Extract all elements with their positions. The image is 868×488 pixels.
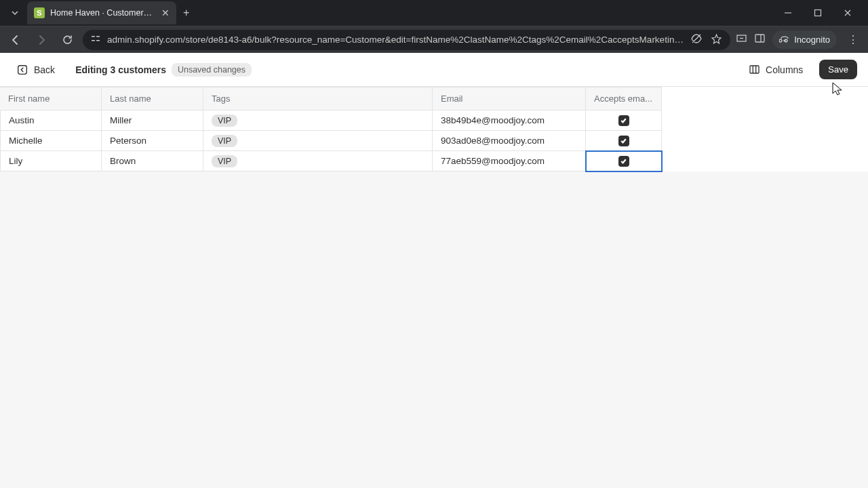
checkbox-checked-icon[interactable]	[618, 156, 629, 167]
tab-search-dropdown[interactable]	[5, 3, 24, 22]
back-label: Back	[34, 64, 55, 75]
new-tab-button[interactable]: +	[183, 7, 189, 19]
cell-accepts-email[interactable]	[586, 110, 662, 131]
tab-bar: S Home Haven · Customers · Sho ✕ +	[0, 0, 868, 26]
cell-last-name[interactable]: Peterson	[102, 131, 203, 151]
status-badge: Unsaved changes	[172, 63, 252, 77]
cell-tags[interactable]: VIP	[203, 131, 433, 151]
shopify-favicon-icon: S	[34, 7, 45, 18]
star-icon[interactable]	[711, 33, 722, 47]
col-header-email[interactable]: Email	[433, 87, 586, 110]
col-header-accepts-email[interactable]: Accepts ema...	[586, 87, 662, 110]
tag-pill: VIP	[212, 155, 237, 167]
bulk-edit-table: First name Last name Tags Email Accepts …	[0, 87, 868, 110]
cell-email[interactable]: 38b49b4e@moodjoy.com	[433, 110, 586, 131]
svg-rect-5	[96, 40, 100, 41]
col-header-first-name[interactable]: First name	[0, 87, 102, 110]
svg-rect-9	[18, 65, 27, 74]
svg-rect-10	[750, 66, 759, 73]
columns-icon	[749, 64, 760, 75]
cell-last-name[interactable]: Miller	[102, 110, 203, 131]
close-tab-icon[interactable]: ✕	[161, 7, 170, 18]
checkbox-checked-icon[interactable]	[618, 136, 629, 146]
checkbox-checked-icon[interactable]	[618, 115, 629, 126]
columns-button[interactable]: Columns	[742, 60, 810, 79]
forward-icon[interactable]	[31, 30, 52, 50]
svg-rect-2	[92, 36, 95, 37]
url-input[interactable]: admin.shopify.com/store/de8143-a6/bulk?r…	[83, 30, 730, 50]
url-text: admin.shopify.com/store/de8143-a6/bulk?r…	[107, 35, 684, 45]
cell-tags[interactable]: VIP	[203, 151, 433, 171]
page-title: Editing 3 customers	[75, 64, 166, 75]
svg-rect-3	[96, 36, 100, 37]
back-arrow-icon	[16, 64, 28, 76]
incognito-label: Incognito	[794, 35, 830, 45]
svg-rect-1	[815, 10, 821, 16]
table-row: AustinMillerVIP38b49b4e@moodjoy.com	[0, 110, 868, 131]
side-panel-icon[interactable]	[754, 33, 766, 47]
reload-icon[interactable]	[57, 30, 77, 50]
table-row: MichellePetersonVIP903ad0e8@moodjoy.com	[0, 131, 868, 151]
svg-rect-4	[92, 40, 95, 41]
incognito-badge[interactable]: Incognito	[772, 30, 837, 49]
cell-first-name[interactable]: Michelle	[0, 131, 102, 151]
incognito-icon	[779, 33, 790, 46]
tag-pill: VIP	[212, 115, 237, 127]
media-control-icon[interactable]	[736, 33, 747, 47]
app-toolbar: Back Editing 3 customers Unsaved changes…	[0, 53, 868, 87]
browser-menu-icon[interactable]: ⋮	[844, 33, 863, 46]
cell-last-name[interactable]: Brown	[102, 151, 203, 171]
cell-email[interactable]: 77aeb559@moodjoy.com	[433, 151, 586, 171]
close-window-icon[interactable]	[834, 3, 861, 23]
back-icon[interactable]	[5, 30, 26, 50]
columns-label: Columns	[766, 64, 803, 75]
table-row: LilyBrownVIP77aeb559@moodjoy.com	[0, 151, 868, 171]
tab-title: Home Haven · Customers · Sho	[50, 8, 156, 18]
empty-area	[0, 171, 868, 488]
cell-first-name[interactable]: Lily	[0, 151, 102, 171]
maximize-icon[interactable]	[804, 3, 831, 23]
eye-off-icon[interactable]	[690, 33, 703, 47]
site-settings-icon[interactable]	[91, 34, 100, 45]
cell-email[interactable]: 903ad0e8@moodjoy.com	[433, 131, 586, 151]
svg-rect-7	[755, 35, 764, 42]
col-header-last-name[interactable]: Last name	[102, 87, 203, 110]
col-header-tags[interactable]: Tags	[203, 87, 433, 110]
cell-first-name[interactable]: Austin	[0, 110, 102, 131]
save-button[interactable]: Save	[819, 60, 857, 79]
cell-accepts-email[interactable]	[586, 151, 662, 171]
back-button[interactable]: Back	[11, 61, 60, 79]
browser-tab[interactable]: S Home Haven · Customers · Sho ✕	[27, 1, 176, 24]
cell-tags[interactable]: VIP	[203, 110, 433, 131]
minimize-icon[interactable]	[774, 3, 802, 23]
cell-accepts-email[interactable]	[586, 131, 662, 151]
tag-pill: VIP	[212, 135, 237, 147]
address-bar: admin.shopify.com/store/de8143-a6/bulk?r…	[0, 26, 868, 53]
